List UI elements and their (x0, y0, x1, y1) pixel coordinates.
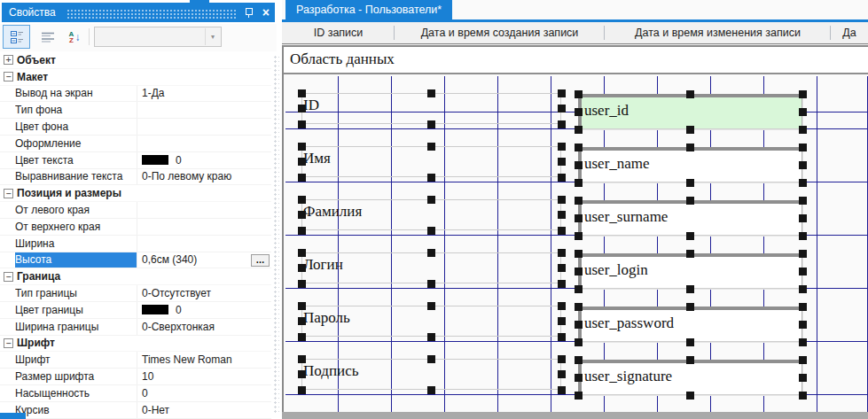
property-category[interactable]: −Граница (0, 268, 271, 285)
tab-development-users[interactable]: Разработка - Пользователи* (285, 0, 452, 19)
selection-handle[interactable] (686, 303, 694, 311)
selection-handle[interactable] (686, 285, 694, 293)
field-label[interactable]: Подпись (303, 362, 489, 385)
property-value[interactable]: 0-По левому краю (137, 169, 271, 185)
property-category[interactable]: −Шрифт (0, 336, 271, 353)
property-row[interactable]: Цвет фона (0, 119, 271, 136)
selection-handle[interactable] (558, 120, 566, 128)
property-value[interactable] (137, 219, 271, 235)
selection-handle[interactable] (427, 355, 435, 363)
selection-handle[interactable] (558, 386, 566, 394)
selection-handle[interactable] (799, 179, 807, 187)
field-label[interactable]: Логин (303, 256, 489, 279)
field-box-user_password[interactable]: user_password (578, 306, 802, 342)
selection-handle[interactable] (575, 90, 583, 98)
expander-icon[interactable]: − (4, 72, 13, 81)
property-row[interactable]: Ширина границы0-Сверхтонкая (0, 319, 271, 336)
selection-handle[interactable] (686, 90, 694, 98)
selection-handle[interactable] (427, 333, 435, 341)
selection-handle[interactable] (558, 317, 566, 325)
property-row[interactable]: Выравнивание текста0-По левому краю (0, 169, 271, 186)
selection-handle[interactable] (575, 232, 583, 240)
property-row[interactable]: Вывод на экран1-Да (0, 86, 271, 103)
selection-handle[interactable] (558, 143, 566, 151)
property-value[interactable]: 0-Отсутствует (137, 285, 271, 301)
property-row[interactable]: От верхнего края (0, 219, 271, 236)
pin-icon[interactable] (245, 7, 254, 18)
selection-handle[interactable] (799, 285, 807, 293)
selection-handle[interactable] (427, 143, 435, 151)
selection-handle[interactable] (799, 90, 807, 98)
field-label[interactable]: Фамилия (303, 203, 489, 226)
selection-handle[interactable] (298, 355, 306, 363)
selection-handle[interactable] (799, 321, 807, 329)
selection-handle[interactable] (298, 196, 306, 204)
selection-handle[interactable] (298, 386, 306, 394)
selection-handle[interactable] (575, 374, 583, 382)
selection-handle[interactable] (799, 144, 807, 151)
selection-handle[interactable] (686, 356, 694, 364)
selection-handle[interactable] (427, 174, 435, 182)
property-value[interactable]: 0 (137, 302, 271, 318)
property-value[interactable] (137, 236, 271, 252)
selection-handle[interactable] (575, 197, 583, 205)
selection-handle[interactable] (799, 197, 807, 205)
selection-handle[interactable] (298, 211, 306, 219)
selection-handle[interactable] (686, 392, 694, 400)
selection-handle[interactable] (799, 161, 807, 169)
selection-handle[interactable] (799, 356, 807, 364)
field-label[interactable]: ID (303, 97, 489, 120)
property-category[interactable]: +Объект (0, 52, 271, 69)
categorized-view-button[interactable] (3, 25, 30, 49)
selection-handle[interactable] (558, 158, 566, 166)
expander-icon[interactable]: − (4, 272, 13, 282)
selection-handle[interactable] (298, 227, 306, 235)
field-label[interactable]: Пароль (303, 309, 489, 332)
selection-handle[interactable] (799, 303, 807, 311)
selection-handle[interactable] (298, 174, 306, 182)
column-header[interactable]: Дата и время изменения записи (605, 22, 831, 43)
property-row[interactable]: Ширина (0, 236, 271, 252)
property-value[interactable]: 0-Сверхтонкая (137, 319, 271, 335)
selection-handle[interactable] (575, 179, 583, 187)
property-category[interactable]: −Позиция и размеры (0, 185, 271, 202)
property-row[interactable]: Оформление (0, 136, 271, 152)
property-row[interactable]: Высота0,6см (340)… (0, 252, 271, 269)
selection-handle[interactable] (575, 268, 583, 275)
field-box-user_login[interactable]: user_login (578, 253, 802, 289)
selection-handle[interactable] (558, 105, 566, 113)
property-value[interactable]: 0 (137, 385, 271, 401)
property-row[interactable]: Тип фона (0, 102, 271, 119)
selection-handle[interactable] (298, 264, 306, 272)
property-category[interactable]: −Макет (0, 69, 271, 86)
selection-handle[interactable] (427, 280, 435, 288)
selection-handle[interactable] (799, 268, 807, 275)
selection-handle[interactable] (298, 105, 306, 113)
ellipsis-button[interactable]: … (251, 254, 270, 267)
property-row[interactable]: Цвет текста0 (0, 152, 271, 169)
selection-handle[interactable] (427, 196, 435, 204)
property-value[interactable]: 0 (137, 152, 271, 168)
selection-handle[interactable] (298, 302, 306, 310)
selection-handle[interactable] (558, 211, 566, 219)
selection-handle[interactable] (799, 126, 807, 134)
property-row[interactable]: Цвет границы0 (0, 302, 271, 319)
selection-handle[interactable] (686, 338, 694, 346)
selection-handle[interactable] (575, 108, 583, 116)
selection-handle[interactable] (575, 392, 583, 400)
selection-handle[interactable] (427, 120, 435, 128)
property-value[interactable] (137, 136, 271, 151)
property-row[interactable]: Насыщенность0 (0, 385, 271, 402)
property-value[interactable]: Times New Roman (137, 352, 271, 368)
selection-handle[interactable] (558, 355, 566, 363)
selection-handle[interactable] (298, 317, 306, 325)
selection-handle[interactable] (558, 227, 566, 235)
selection-handle[interactable] (558, 264, 566, 272)
property-value[interactable] (137, 119, 271, 135)
selection-handle[interactable] (558, 280, 566, 288)
selection-handle[interactable] (575, 214, 583, 222)
expander-icon[interactable]: − (4, 338, 13, 348)
close-icon[interactable]: × (262, 4, 270, 21)
selection-handle[interactable] (298, 158, 306, 166)
property-value[interactable] (137, 202, 271, 218)
